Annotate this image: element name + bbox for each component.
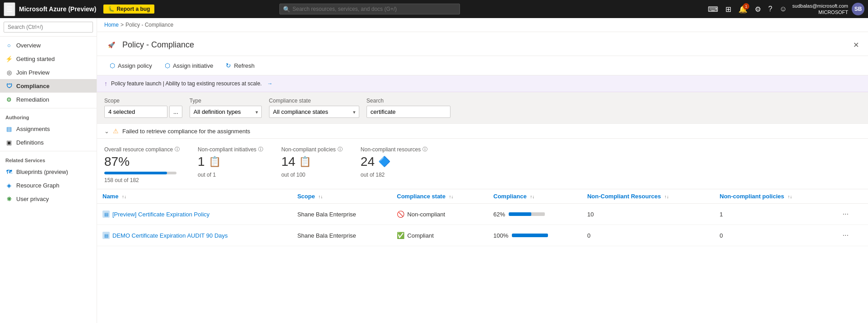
preview-icon: ◎ <box>5 69 13 76</box>
assign-initiative-icon: ⬡ <box>165 62 170 69</box>
sidebar-search-wrapper <box>0 18 97 37</box>
notifications-wrapper: 🔔 1 <box>737 3 749 15</box>
cell-compliance-state: ✅ Compliant <box>391 225 488 246</box>
policy-name-link[interactable]: ▤ [Preview] Certificate Expiration Polic… <box>102 211 287 218</box>
page-close-button[interactable]: ✕ <box>851 39 861 51</box>
graph-icon: ◈ <box>5 182 13 189</box>
type-select[interactable]: All definition types Initiative Policy <box>190 106 262 118</box>
scope-browse-button[interactable]: ... <box>169 106 182 118</box>
col-scope-sort-icon[interactable]: ↑↓ <box>318 194 323 199</box>
type-select-wrapper: All definition types Initiative Policy <box>190 106 262 118</box>
col-non-compliant-policies[interactable]: Non-compliant policies ↑↓ <box>714 189 833 204</box>
banner-link[interactable]: → <box>267 80 273 87</box>
assignments-icon: ▤ <box>5 125 13 132</box>
compliance-state-label: Compliance state <box>269 98 359 104</box>
stat-resources-sub: out of 182 <box>361 172 427 178</box>
sidebar-item-remediation[interactable]: ⚙ Remediation <box>0 93 97 106</box>
sidebar-item-label-user-privacy: User privacy <box>16 196 49 202</box>
help-button[interactable]: ? <box>766 3 774 15</box>
sidebar-divider-1 <box>0 108 97 108</box>
compliance-badge: ✅ Compliant <box>397 232 483 239</box>
sidebar-item-overview[interactable]: ○ Overview <box>0 38 97 52</box>
stat-initiatives-info-icon[interactable]: ⓘ <box>258 146 263 153</box>
hamburger-button[interactable]: ☰ <box>4 2 15 16</box>
portal-settings-button[interactable]: ⊞ <box>724 3 733 15</box>
compliance-bar-cell: 100% <box>493 232 576 239</box>
breadcrumb-home-link[interactable]: Home <box>104 22 119 28</box>
col-compliance-sort-icon[interactable]: ↑↓ <box>530 194 534 199</box>
sidebar-item-join-preview[interactable]: ◎ Join Preview <box>0 66 97 79</box>
more-actions-button[interactable]: ··· <box>839 208 852 220</box>
filters-row: Scope ... Type All definition types Init… <box>97 92 868 124</box>
sidebar-item-definitions[interactable]: ▣ Definitions <box>0 136 97 149</box>
compliance-state-select[interactable]: All compliance states Compliant Non-comp… <box>269 106 359 118</box>
stat-overall-progress-fill <box>104 172 167 174</box>
feedback-button[interactable]: ☺ <box>778 3 789 15</box>
sidebar-item-blueprints[interactable]: 🗺 Blueprints (preview) <box>0 165 97 178</box>
global-search: 🔍 <box>279 4 460 14</box>
sidebar-item-label-resource-graph: Resource Graph <box>16 182 59 189</box>
compliance-bar-cell: 62% <box>493 211 576 218</box>
compliance-filter-group: Compliance state All compliance states C… <box>269 98 359 118</box>
breadcrumb-current: Policy - Compliance <box>125 22 173 28</box>
refresh-button[interactable]: ↻ Refresh <box>220 60 260 71</box>
settings-button[interactable]: ⚙ <box>753 3 763 15</box>
banner-arrow-icon: ↑ <box>104 80 107 87</box>
stat-overall-sub: 158 out of 182 <box>104 177 180 183</box>
policy-name-link[interactable]: ▤ DEMO Certificate Expiration AUDIT 90 D… <box>102 232 287 239</box>
col-policies-sort-icon[interactable]: ↑↓ <box>788 194 792 199</box>
compliance-badge: 🚫 Non-compliant <box>397 211 483 218</box>
sidebar-item-resource-graph[interactable]: ◈ Resource Graph <box>0 178 97 192</box>
search-filter-group: Search <box>367 98 450 118</box>
refresh-icon: ↻ <box>226 62 231 69</box>
col-non-compliant-resources[interactable]: Non-Compliant Resources ↑↓ <box>582 189 714 204</box>
global-search-input[interactable] <box>279 4 460 14</box>
compliance-bar <box>512 234 548 237</box>
warning-chevron-icon[interactable]: ⌄ <box>104 128 109 135</box>
report-bug-button[interactable]: 🐛 Report a bug <box>103 5 154 14</box>
sidebar-item-getting-started[interactable]: ⚡ Getting started <box>0 52 97 66</box>
type-label: Type <box>190 98 262 104</box>
col-name-sort-icon[interactable]: ↑↓ <box>122 194 126 199</box>
sidebar-item-compliance[interactable]: 🛡 Compliance <box>0 79 97 93</box>
stat-policies-info-icon[interactable]: ⓘ <box>338 146 343 153</box>
stat-overall-label: Overall resource compliance <box>104 146 173 153</box>
banner-text: Policy feature launch | Ability to tag e… <box>111 80 262 87</box>
col-compliance[interactable]: Compliance ↑↓ <box>488 189 582 204</box>
compliance-bar <box>509 212 545 216</box>
stat-policies-value: 14 📋 <box>281 154 343 169</box>
search-filter-input[interactable] <box>367 106 450 118</box>
initiatives-icon: 📋 <box>209 156 221 168</box>
col-resources-sort-icon[interactable]: ↑↓ <box>664 194 669 199</box>
col-compliance-state-sort-icon[interactable]: ↑↓ <box>449 194 454 199</box>
overview-icon: ○ <box>5 42 13 49</box>
breadcrumb-separator: > <box>121 22 124 28</box>
user-info: sudbalas@microsoft.com MICROSOFT <box>792 3 848 16</box>
cell-scope: Shane Bala Enterprise <box>292 204 392 225</box>
col-scope[interactable]: Scope ↑↓ <box>292 189 392 204</box>
sidebar-search-input[interactable] <box>4 22 93 33</box>
assign-initiative-button[interactable]: ⬡ Assign initiative <box>159 60 219 71</box>
stat-resources-info-icon[interactable]: ⓘ <box>422 146 427 153</box>
col-name[interactable]: Name ↑↓ <box>97 189 292 204</box>
stat-non-compliant-policies: Non-compliant policies ⓘ 14 📋 out of 100 <box>281 146 343 183</box>
avatar[interactable]: SB <box>852 3 864 15</box>
scope-input[interactable] <box>104 106 167 118</box>
search-label: Search <box>367 98 450 104</box>
stat-initiatives-sub: out of 1 <box>198 172 263 178</box>
sidebar-item-user-privacy[interactable]: ❋ User privacy <box>0 192 97 206</box>
more-actions-button[interactable]: ··· <box>839 229 852 241</box>
compliance-select-wrapper: All compliance states Compliant Non-comp… <box>269 106 359 118</box>
table-body: ▤ [Preview] Certificate Expiration Polic… <box>97 204 868 246</box>
sidebar-section-authoring: Authoring <box>0 110 97 122</box>
scope-label: Scope <box>104 98 182 104</box>
cloud-shell-button[interactable]: ⌨ <box>706 3 720 15</box>
toolbar: ⬡ Assign policy ⬡ Assign initiative ↻ Re… <box>97 56 868 75</box>
col-compliance-state[interactable]: Compliance state ↑↓ <box>391 189 488 204</box>
sidebar-item-assignments[interactable]: ▤ Assignments <box>0 122 97 136</box>
cell-non-compliant-resources: 10 <box>582 204 714 225</box>
assign-policy-button[interactable]: ⬡ Assign policy <box>104 60 158 71</box>
search-icon: 🔍 <box>283 6 290 13</box>
stat-non-compliant-initiatives: Non-compliant initiatives ⓘ 1 📋 out of 1 <box>198 146 263 183</box>
stat-overall-info-icon[interactable]: ⓘ <box>175 146 180 153</box>
